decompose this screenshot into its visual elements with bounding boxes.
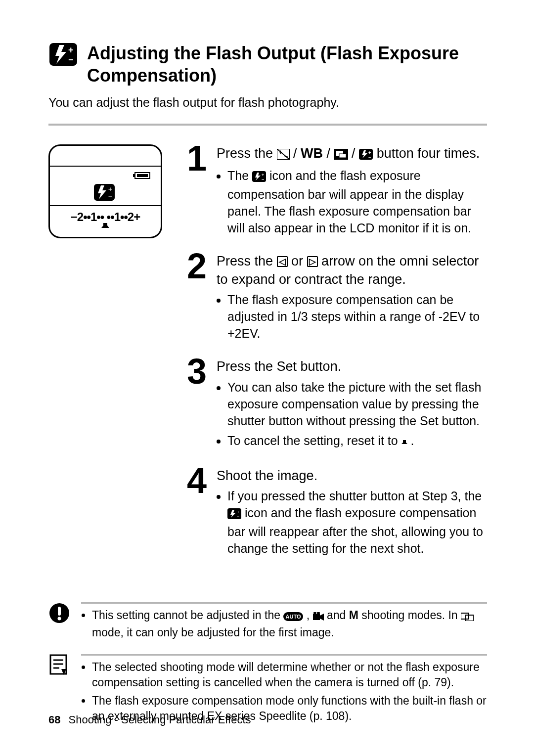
- caution-icon: [48, 602, 70, 643]
- auto-mode-icon: AUTO: [283, 610, 303, 625]
- svg-rect-6: [137, 174, 148, 177]
- caution-note: This setting cannot be adjusted in the A…: [48, 602, 487, 643]
- step-1-bullet: The +− icon and the flash exposure compe…: [227, 167, 487, 236]
- flash-comp-icon: + −: [48, 42, 78, 67]
- step-number: 3: [187, 357, 210, 453]
- center-marker-icon: [401, 434, 407, 451]
- steps-column: 1 Press the +− / WB / / +− button f: [187, 144, 487, 573]
- svg-rect-19: [339, 154, 346, 158]
- stitch-mode-icon: [461, 610, 474, 625]
- divider: [48, 124, 487, 126]
- svg-point-36: [58, 617, 61, 621]
- svg-text:+: +: [279, 149, 282, 156]
- step-3: 3 Press the Set button. You can also tak…: [187, 357, 487, 453]
- flash-comp-inline-icon: +−: [252, 169, 266, 186]
- step-2: 2 Press the ◁ or ▷ arrow on the omni sel…: [187, 252, 487, 345]
- content-row: + − −2••1•• ••1••2+ 1 Press the +−: [48, 144, 487, 573]
- step-3-bullet-1: You can also take the picture with the s…: [227, 379, 487, 429]
- page-title-row: + − Adjusting the Flash Output (Flash Ex…: [48, 42, 487, 87]
- page-number: 68: [48, 713, 60, 726]
- svg-text:−: −: [368, 155, 371, 160]
- step-number: 1: [187, 144, 210, 239]
- svg-text:−: −: [68, 55, 74, 65]
- svg-text:−: −: [237, 514, 239, 519]
- step-number: 2: [187, 252, 210, 345]
- step-1: 1 Press the +− / WB / / +− button f: [187, 144, 487, 239]
- caution-text: This setting cannot be adjusted in the A…: [92, 608, 487, 640]
- battery-icon: [132, 171, 152, 182]
- chapter-label: Shooting - Selecting Particular Effects: [69, 713, 251, 726]
- svg-text:−: −: [108, 192, 112, 200]
- movie-mode-icon: [313, 610, 324, 625]
- svg-rect-43: [461, 613, 469, 619]
- info-text-1: The selected shooting mode will determin…: [92, 660, 487, 690]
- scale-pointer-icon: [101, 223, 109, 233]
- step-2-bullet: The flash exposure compensation can be a…: [227, 291, 487, 342]
- svg-marker-29: [401, 441, 407, 444]
- svg-marker-40: [320, 614, 324, 621]
- flash-comp-small-icon: + −: [93, 183, 115, 203]
- step-4: 4 Shoot the image. If you pressed the sh…: [187, 467, 487, 560]
- page-title: Adjusting the Flash Output (Flash Exposu…: [87, 42, 487, 87]
- step-number: 4: [187, 467, 210, 560]
- svg-rect-35: [58, 607, 61, 616]
- svg-text:AUTO: AUTO: [286, 614, 301, 620]
- notes-section: This setting cannot be adjusted in the A…: [48, 602, 487, 727]
- flash-comp-inline-icon: +−: [359, 146, 373, 164]
- svg-rect-5: [133, 174, 135, 177]
- intro-text: You can adjust the flash output for flas…: [48, 95, 487, 110]
- page-footer: 68 Shooting - Selecting Particular Effec…: [48, 713, 251, 726]
- exposure-comp-icon: +−: [277, 146, 290, 164]
- svg-marker-12: [101, 223, 109, 228]
- photo-effect-icon: [334, 146, 348, 164]
- step-2-heading: Press the ◁ or ▷ arrow on the omni selec…: [217, 252, 487, 288]
- step-3-heading: Press the Set button.: [217, 357, 487, 375]
- flash-comp-inline-icon: +−: [227, 506, 241, 523]
- svg-text:+: +: [108, 185, 112, 193]
- svg-text:+: +: [68, 45, 74, 55]
- svg-text:−: −: [284, 153, 288, 160]
- svg-rect-39: [313, 614, 320, 620]
- step-4-heading: Shoot the image.: [217, 467, 487, 485]
- left-arrow-icon: ◁: [277, 256, 288, 267]
- step-3-bullet-2: To cancel the setting, reset it to .: [227, 432, 487, 451]
- step-1-heading: Press the +− / WB / / +− button four tim…: [217, 144, 487, 164]
- right-arrow-icon: ▷: [307, 256, 318, 267]
- lcd-panel-illustration: + − −2••1•• ••1••2+: [48, 144, 162, 573]
- svg-rect-44: [466, 615, 474, 621]
- svg-text:−: −: [262, 177, 264, 182]
- exposure-scale: −2••1•• ••1••2+: [50, 210, 161, 224]
- step-4-bullet: If you pressed the shutter button at Ste…: [227, 488, 487, 557]
